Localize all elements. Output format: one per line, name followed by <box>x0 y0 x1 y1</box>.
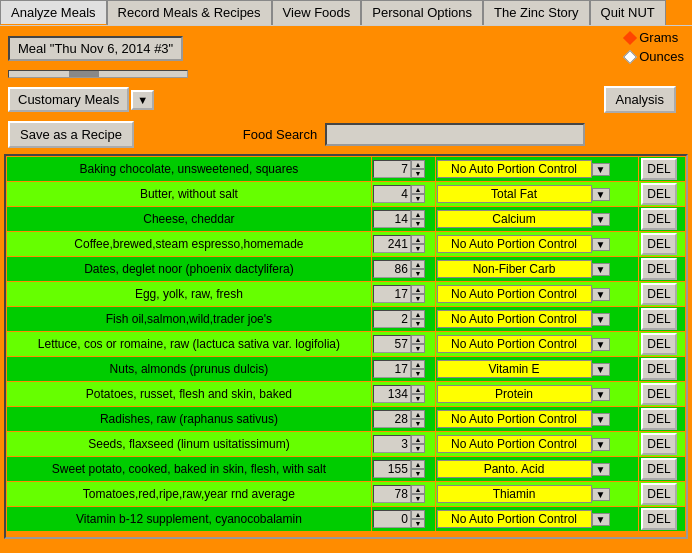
qty-input[interactable] <box>373 385 411 403</box>
portion-dropdown-btn[interactable]: ▼ <box>592 438 610 451</box>
food-name-cell: Egg, yolk, raw, fresh <box>7 282 372 307</box>
del-button[interactable]: DEL <box>641 383 676 405</box>
food-search-label: Food Search <box>243 127 317 142</box>
qty-up-btn[interactable]: ▲ <box>411 210 425 219</box>
portion-dropdown-btn[interactable]: ▼ <box>592 363 610 376</box>
qty-up-btn[interactable]: ▲ <box>411 185 425 194</box>
qty-input[interactable] <box>373 435 411 453</box>
portion-dropdown-btn[interactable]: ▼ <box>592 313 610 326</box>
portion-cell: No Auto Portion Control ▼ <box>435 432 639 457</box>
qty-down-btn[interactable]: ▼ <box>411 469 425 478</box>
qty-input[interactable] <box>373 235 411 253</box>
del-button[interactable]: DEL <box>641 158 676 180</box>
portion-dropdown-btn[interactable]: ▼ <box>592 488 610 501</box>
del-button[interactable]: DEL <box>641 483 676 505</box>
qty-up-btn[interactable]: ▲ <box>411 235 425 244</box>
qty-input[interactable] <box>373 510 411 528</box>
portion-cell: No Auto Portion Control ▼ <box>435 332 639 357</box>
nav-zinc-story[interactable]: The Zinc Story <box>483 0 590 25</box>
qty-input[interactable] <box>373 185 411 203</box>
del-button[interactable]: DEL <box>641 283 676 305</box>
qty-input[interactable] <box>373 210 411 228</box>
nav-view-foods[interactable]: View Foods <box>272 0 362 25</box>
portion-dropdown-btn[interactable]: ▼ <box>592 263 610 276</box>
qty-down-btn[interactable]: ▼ <box>411 519 425 528</box>
portion-dropdown-btn[interactable]: ▼ <box>592 288 610 301</box>
table-row: Lettuce, cos or romaine, raw (lactuca sa… <box>7 332 686 357</box>
nav-bar: Analyze Meals Record Meals & Recipes Vie… <box>0 0 692 26</box>
portion-display: No Auto Portion Control <box>437 335 592 353</box>
qty-up-btn[interactable]: ▲ <box>411 385 425 394</box>
portion-dropdown-btn[interactable]: ▼ <box>592 513 610 526</box>
qty-input[interactable] <box>373 285 411 303</box>
qty-down-btn[interactable]: ▼ <box>411 344 425 353</box>
nav-record-meals[interactable]: Record Meals & Recipes <box>107 0 272 25</box>
del-button[interactable]: DEL <box>641 308 676 330</box>
qty-up-btn[interactable]: ▲ <box>411 460 425 469</box>
portion-dropdown-btn[interactable]: ▼ <box>592 463 610 476</box>
customary-meals-button[interactable]: Customary Meals <box>8 87 129 112</box>
food-search-input[interactable] <box>325 123 585 146</box>
qty-down-btn[interactable]: ▼ <box>411 219 425 228</box>
del-button[interactable]: DEL <box>641 208 676 230</box>
qty-input[interactable] <box>373 410 411 428</box>
qty-up-btn[interactable]: ▲ <box>411 510 425 519</box>
qty-up-btn[interactable]: ▲ <box>411 285 425 294</box>
qty-down-btn[interactable]: ▼ <box>411 169 425 178</box>
save-recipe-button[interactable]: Save as a Recipe <box>8 121 134 148</box>
qty-up-btn[interactable]: ▲ <box>411 485 425 494</box>
table-row: Potatoes, russet, flesh and skin, baked … <box>7 382 686 407</box>
del-cell: DEL <box>639 282 686 307</box>
qty-down-btn[interactable]: ▼ <box>411 244 425 253</box>
del-button[interactable]: DEL <box>641 233 676 255</box>
qty-up-btn[interactable]: ▲ <box>411 310 425 319</box>
qty-input[interactable] <box>373 460 411 478</box>
qty-input[interactable] <box>373 260 411 278</box>
customary-meals-dropdown[interactable]: ▼ <box>131 90 154 110</box>
nav-personal-options[interactable]: Personal Options <box>361 0 483 25</box>
portion-dropdown-btn[interactable]: ▼ <box>592 413 610 426</box>
qty-down-btn[interactable]: ▼ <box>411 494 425 503</box>
portion-dropdown-btn[interactable]: ▼ <box>592 238 610 251</box>
qty-up-btn[interactable]: ▲ <box>411 260 425 269</box>
portion-dropdown-btn[interactable]: ▼ <box>592 338 610 351</box>
qty-input[interactable] <box>373 360 411 378</box>
portion-dropdown-btn[interactable]: ▼ <box>592 213 610 226</box>
qty-up-btn[interactable]: ▲ <box>411 435 425 444</box>
portion-cell: No Auto Portion Control ▼ <box>435 307 639 332</box>
del-button[interactable]: DEL <box>641 433 676 455</box>
food-qty-cell: ▲ ▼ <box>371 332 435 357</box>
del-button[interactable]: DEL <box>641 408 676 430</box>
del-button[interactable]: DEL <box>641 458 676 480</box>
qty-up-btn[interactable]: ▲ <box>411 160 425 169</box>
table-row: Egg, yolk, raw, fresh ▲ ▼ No Auto Portio… <box>7 282 686 307</box>
analysis-button[interactable]: Analysis <box>604 86 676 113</box>
table-row: Coffee,brewed,steam espresso,homemade ▲ … <box>7 232 686 257</box>
qty-input[interactable] <box>373 310 411 328</box>
portion-dropdown-btn[interactable]: ▼ <box>592 388 610 401</box>
qty-down-btn[interactable]: ▼ <box>411 369 425 378</box>
del-button[interactable]: DEL <box>641 358 676 380</box>
portion-dropdown-btn[interactable]: ▼ <box>592 163 610 176</box>
portion-dropdown-btn[interactable]: ▼ <box>592 188 610 201</box>
del-button[interactable]: DEL <box>641 508 676 530</box>
del-button[interactable]: DEL <box>641 258 676 280</box>
qty-down-btn[interactable]: ▼ <box>411 419 425 428</box>
del-button[interactable]: DEL <box>641 183 676 205</box>
qty-up-btn[interactable]: ▲ <box>411 335 425 344</box>
qty-down-btn[interactable]: ▼ <box>411 444 425 453</box>
del-button[interactable]: DEL <box>641 333 676 355</box>
qty-down-btn[interactable]: ▼ <box>411 194 425 203</box>
qty-down-btn[interactable]: ▼ <box>411 269 425 278</box>
nav-analyze-meals[interactable]: Analyze Meals <box>0 0 107 25</box>
qty-up-btn[interactable]: ▲ <box>411 360 425 369</box>
qty-input[interactable] <box>373 335 411 353</box>
nav-quit[interactable]: Quit NUT <box>590 0 666 25</box>
qty-input[interactable] <box>373 160 411 178</box>
qty-down-btn[interactable]: ▼ <box>411 294 425 303</box>
qty-down-btn[interactable]: ▼ <box>411 319 425 328</box>
qty-up-btn[interactable]: ▲ <box>411 410 425 419</box>
qty-input[interactable] <box>373 485 411 503</box>
qty-down-btn[interactable]: ▼ <box>411 394 425 403</box>
food-qty-cell: ▲ ▼ <box>371 182 435 207</box>
